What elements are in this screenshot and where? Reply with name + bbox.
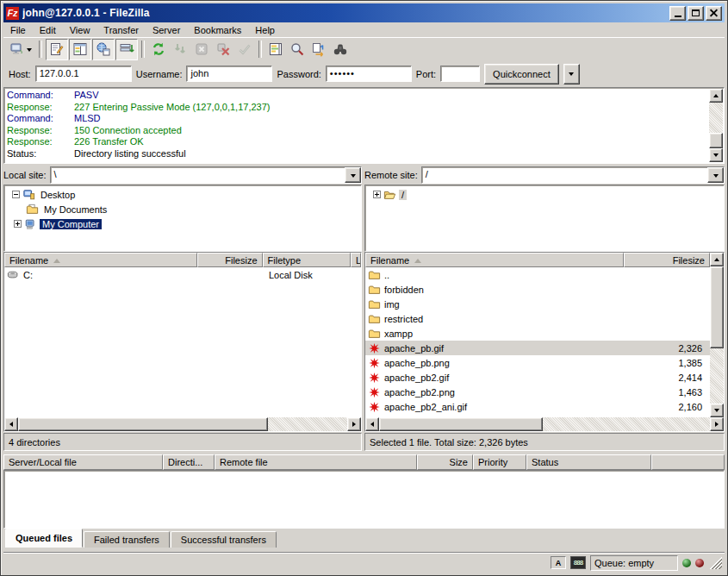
close-icon xyxy=(710,9,718,17)
expand-icon[interactable] xyxy=(14,220,22,228)
binoculars-icon xyxy=(333,41,348,57)
tree-item-desktop[interactable]: Desktop xyxy=(4,187,361,202)
file-row[interactable]: forbidden xyxy=(365,282,710,297)
toggle-message-log-button[interactable] xyxy=(46,39,68,60)
quickconnect-button[interactable]: Quickconnect xyxy=(484,64,559,85)
status-bar: A 888 Queue: empty xyxy=(3,552,725,573)
menu-file[interactable]: File xyxy=(3,24,33,36)
scroll-down-button[interactable] xyxy=(710,404,724,417)
transfer-queue-icon xyxy=(119,41,134,57)
local-site-dropdown-button[interactable] xyxy=(345,167,361,183)
remote-directory-tree: / xyxy=(364,185,725,252)
tab-successful-transfers[interactable]: Successful transfers xyxy=(171,531,277,548)
scroll-up-button[interactable] xyxy=(710,253,724,266)
synchronized-browsing-button[interactable] xyxy=(308,40,329,59)
column-header-filesize[interactable]: Filesize xyxy=(624,253,710,267)
column-header-filetype[interactable]: Filetype xyxy=(263,253,351,267)
file-row[interactable]: apache_pb2.gif 2,414 xyxy=(365,370,710,385)
column-header-status[interactable]: Status xyxy=(526,454,651,470)
toggle-transfer-queue-button[interactable] xyxy=(115,39,138,60)
log-scrollbar[interactable] xyxy=(709,89,723,162)
username-input[interactable]: john xyxy=(186,66,272,82)
minimize-button[interactable] xyxy=(669,6,686,21)
file-row[interactable]: apache_pb2_ani.gif 2,160 xyxy=(365,399,710,414)
toggle-remote-tree-button[interactable] xyxy=(92,39,115,60)
file-row[interactable]: apache_pb.png 1,385 xyxy=(365,355,710,370)
scroll-right-button[interactable] xyxy=(347,417,361,431)
column-header-direction[interactable]: Directi... xyxy=(163,454,215,470)
collapse-icon[interactable] xyxy=(12,191,20,198)
find-files-button[interactable] xyxy=(287,40,308,59)
remote-horizontal-scrollbar[interactable] xyxy=(365,417,724,431)
local-site-combobox[interactable]: \ xyxy=(50,166,362,184)
column-header-filename[interactable]: Filename xyxy=(365,253,624,267)
menu-transfer[interactable]: Transfer xyxy=(96,24,146,36)
site-manager-button[interactable] xyxy=(6,40,35,59)
transfer-type-indicator-icon[interactable]: A xyxy=(551,556,566,569)
scroll-left-button[interactable] xyxy=(4,417,18,431)
menu-view[interactable]: View xyxy=(63,24,97,36)
file-row[interactable]: xampp xyxy=(365,326,710,341)
host-input[interactable]: 127.0.0.1 xyxy=(35,66,132,82)
refresh-button[interactable] xyxy=(148,40,169,59)
directory-comparison-button[interactable] xyxy=(265,40,286,59)
close-button[interactable] xyxy=(706,6,722,21)
scrollbar-thumb[interactable] xyxy=(709,133,723,148)
drive-icon xyxy=(7,269,20,281)
disconnect-button[interactable] xyxy=(213,40,233,59)
scrollbar-thumb[interactable] xyxy=(710,266,724,348)
remote-site-dropdown-button[interactable] xyxy=(707,167,724,183)
local-horizontal-scrollbar[interactable] xyxy=(4,417,361,431)
remote-site-value[interactable]: / xyxy=(422,167,707,183)
column-header-last-modified[interactable]: L xyxy=(351,253,361,267)
scroll-right-button[interactable] xyxy=(710,417,724,431)
image-file-icon xyxy=(368,372,381,384)
file-row-c-drive[interactable]: C: Local Disk xyxy=(4,267,361,282)
port-input[interactable] xyxy=(440,66,480,82)
column-header-size[interactable]: Size xyxy=(417,454,473,470)
tree-item-root[interactable]: / xyxy=(365,187,724,202)
remote-site-combobox[interactable]: / xyxy=(421,166,725,184)
menu-bar: File Edit View Transfer Server Bookmarks… xyxy=(3,22,725,37)
synchronized-browsing-icon xyxy=(311,41,327,57)
scroll-down-button[interactable] xyxy=(709,148,723,162)
menu-server[interactable]: Server xyxy=(146,24,187,36)
menu-bookmarks[interactable]: Bookmarks xyxy=(187,24,248,36)
local-site-value[interactable]: \ xyxy=(51,167,345,183)
column-header-server-local-file[interactable]: Server/Local file xyxy=(3,454,163,470)
scroll-left-button[interactable] xyxy=(365,417,379,431)
process-queue-button[interactable] xyxy=(170,40,190,59)
desktop-icon xyxy=(22,189,35,201)
tree-item-my-documents[interactable]: My Documents xyxy=(4,202,361,216)
file-row[interactable]: img xyxy=(365,297,710,311)
file-row[interactable]: restricted xyxy=(365,311,710,326)
speed-limits-icon[interactable]: 888 xyxy=(570,556,586,569)
scroll-up-button[interactable] xyxy=(709,89,723,103)
filter-button[interactable] xyxy=(330,40,351,59)
tab-failed-transfers[interactable]: Failed transfers xyxy=(84,531,170,548)
column-header-filename[interactable]: Filename xyxy=(4,253,197,267)
menu-edit[interactable]: Edit xyxy=(33,24,63,36)
reconnect-button[interactable] xyxy=(234,40,255,59)
file-row[interactable]: .. xyxy=(365,267,710,282)
quickconnect-dropdown-button[interactable] xyxy=(563,64,580,85)
expand-icon[interactable] xyxy=(373,191,381,198)
toggle-local-tree-button[interactable] xyxy=(69,39,91,60)
file-row-selected[interactable]: apache_pb.gif 2,326 xyxy=(365,341,710,355)
remote-vertical-scrollbar[interactable] xyxy=(710,253,724,417)
maximize-button[interactable] xyxy=(688,6,704,21)
tree-item-my-computer[interactable]: My Computer xyxy=(4,216,361,231)
file-row[interactable]: apache_pb2.png 1,463 xyxy=(365,385,710,399)
port-label: Port: xyxy=(416,69,436,79)
tab-queued-files[interactable]: Queued files xyxy=(5,529,83,548)
cancel-operation-button[interactable] xyxy=(191,40,212,59)
column-header-priority[interactable]: Priority xyxy=(473,454,526,470)
process-queue-icon xyxy=(172,41,188,57)
password-input[interactable]: •••••• xyxy=(326,66,412,82)
scrollbar-thumb[interactable] xyxy=(379,417,543,431)
column-header-remote-file[interactable]: Remote file xyxy=(215,454,417,470)
scrollbar-thumb[interactable] xyxy=(18,417,268,431)
resize-grip[interactable] xyxy=(710,557,722,569)
menu-help[interactable]: Help xyxy=(248,24,282,36)
column-header-filesize[interactable]: Filesize xyxy=(197,253,263,267)
